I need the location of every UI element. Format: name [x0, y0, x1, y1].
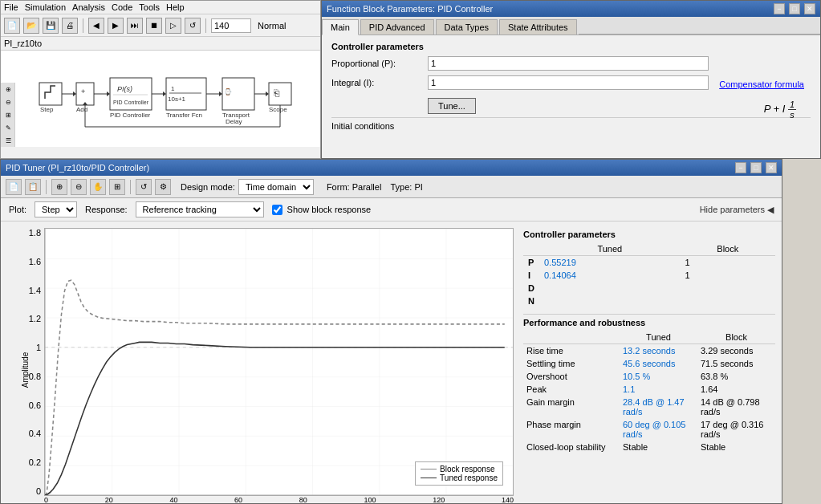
svg-rect-36 [45, 229, 513, 495]
toolbar-divider-2 [130, 180, 131, 194]
pid-close-btn[interactable]: ✕ [804, 3, 815, 14]
design-mode-select[interactable]: Time domain [238, 179, 314, 195]
sidebar-zoom-out[interactable]: ⊖ [2, 97, 14, 108]
show-block-response-label[interactable]: Show block response [272, 205, 372, 215]
sidebar-fit[interactable]: ⊞ [2, 110, 14, 121]
param-row-N: N [523, 295, 775, 307]
x-tick-40: 40 [169, 496, 177, 504]
step-btn[interactable]: ⏭ [127, 18, 143, 34]
menu-tools[interactable]: Tools [139, 2, 160, 12]
toolbar-divider-1 [46, 180, 47, 194]
plot-select[interactable]: Step [35, 201, 77, 217]
tuner-pan[interactable]: ✋ [90, 179, 106, 195]
chart-inner: 1.8 1.6 1.4 1.2 1 0.8 0.6 0.4 0.2 0 [20, 228, 514, 504]
tuner-close-btn[interactable]: ✕ [766, 162, 777, 173]
menu-help[interactable]: Help [166, 2, 185, 12]
new-btn[interactable]: 📄 [4, 18, 20, 34]
tuned-N [539, 295, 681, 307]
plot-label: Plot: [9, 205, 26, 214]
tuner-window-title: PID Tuner (PI_rz10to/PID Controller) [6, 163, 149, 173]
perf-row-phase-margin: Phase margin 60 deg @ 0.105 rad/s 17 deg… [523, 418, 775, 441]
form-label: Form: [327, 182, 350, 192]
proportional-input[interactable] [428, 56, 709, 71]
tuner-zoom-in[interactable]: ⊕ [51, 179, 67, 195]
tuned-gain-margin: 28.4 dB @ 1.47 rad/s [620, 396, 697, 418]
menu-simulation[interactable]: Simulation [25, 2, 66, 12]
form-value: Parallel [352, 182, 382, 192]
hide-params-button[interactable]: Hide parameters ◀ [700, 205, 774, 215]
open-btn[interactable]: 📂 [23, 18, 39, 34]
sim-mode-label: Normal [258, 21, 286, 30]
tuner-settings[interactable]: ⚙ [155, 179, 171, 195]
compensator-formula-link[interactable]: Compensator formula [719, 79, 804, 89]
svg-text:Add: Add [76, 106, 87, 113]
print-btn[interactable]: 🖨 [62, 18, 78, 34]
block-overshoot: 63.8 % [697, 370, 775, 383]
sidebar-tool1[interactable]: ✎ [2, 123, 14, 134]
col-block: Block [681, 242, 775, 256]
tab-state-attributes[interactable]: State Attributes [499, 19, 577, 35]
show-block-response-checkbox[interactable] [272, 205, 282, 215]
run-btn[interactable]: ▶ [108, 18, 124, 34]
param-row-I: I 0.14064 1 [523, 269, 775, 282]
svg-text:Scope: Scope [269, 106, 287, 113]
loop-btn[interactable]: ↺ [185, 18, 201, 34]
save-btn[interactable]: 💾 [43, 18, 59, 34]
fwd-btn[interactable]: ▷ [165, 18, 181, 34]
y-tick-1.8: 1.8 [29, 228, 41, 238]
sim-time-input[interactable] [211, 18, 251, 33]
stop-btn[interactable]: ⏹ [146, 18, 162, 34]
tune-button[interactable]: Tune... [428, 98, 476, 114]
svg-text:Step: Step [40, 106, 54, 113]
tuner-zoom-out[interactable]: ⊖ [71, 179, 87, 195]
chart-wrapper: Amplitude 1.8 1.6 1.4 1.2 1 0.8 0.6 0.4 … [9, 228, 514, 504]
legend-tuned-line [421, 478, 437, 479]
controller-params-title: Controller parameters [331, 42, 811, 51]
sidebar-zoom-in[interactable]: ⊕ [2, 84, 14, 96]
tuner-refresh[interactable]: ↺ [136, 179, 152, 195]
sidebar-tool2[interactable]: ☰ [2, 136, 14, 147]
tuned-rise-time: 13.2 seconds [620, 344, 697, 358]
tab-main[interactable]: Main [322, 19, 359, 35]
tuner-btn-2[interactable]: 📋 [25, 179, 41, 195]
tuner-window-controls: − □ ✕ [734, 162, 777, 173]
tuner-btn-1[interactable]: 📄 [6, 179, 22, 195]
initial-conditions-label: Initial conditions [331, 121, 394, 131]
x-ticks: 0 20 40 60 80 100 120 140 [44, 496, 514, 504]
perf-row-settling-time: Settling time 45.6 seconds 71.5 seconds [523, 357, 775, 370]
tuned-P: 0.55219 [539, 256, 681, 270]
pid-minimize-btn[interactable]: − [774, 3, 785, 14]
menu-analysis[interactable]: Analysis [72, 2, 105, 12]
pid-window: Function Block Parameters: PID Controlle… [321, 0, 821, 159]
design-mode-label: Design mode: [181, 182, 235, 192]
svg-text:PI(s): PI(s) [117, 85, 132, 93]
tuner-minimize-btn[interactable]: − [735, 162, 746, 173]
back-btn[interactable]: ◀ [88, 18, 104, 34]
svg-text:1: 1 [171, 85, 175, 92]
pid-maximize-btn[interactable]: □ [789, 3, 800, 14]
chart-svg [45, 229, 513, 495]
metric-gain-margin: Gain margin [523, 396, 620, 418]
perf-row-overshoot: Overshoot 10.5 % 63.8 % [523, 370, 775, 383]
chart-container: Block response Tuned response [44, 228, 514, 496]
svg-text:PID Controller: PID Controller [113, 100, 149, 105]
param-row-P: P 0.55219 1 [523, 256, 775, 270]
svg-marker-3 [73, 91, 76, 96]
tab-data-types[interactable]: Data Types [436, 19, 498, 35]
perf-row-peak: Peak 1.1 1.64 [523, 383, 775, 396]
tune-btn-row: Tune... [331, 95, 811, 114]
response-select[interactable]: Reference tracking [136, 201, 264, 217]
tuner-fit[interactable]: ⊞ [109, 179, 125, 195]
y-ticks: 1.8 1.6 1.4 1.2 1 0.8 0.6 0.4 0.2 0 [20, 228, 43, 496]
metric-peak: Peak [523, 383, 620, 396]
proportional-label: Proportional (P): [331, 59, 428, 68]
x-tick-20: 20 [105, 496, 113, 504]
controller-params-section-title: Controller parameters [523, 230, 775, 239]
tab-pid-advanced[interactable]: PID Advanced [360, 19, 434, 35]
proportional-row: Proportional (P): [331, 56, 811, 71]
tuner-maximize-btn[interactable]: □ [750, 162, 762, 173]
svg-marker-22 [219, 91, 222, 96]
integral-input[interactable] [428, 75, 709, 90]
menu-code[interactable]: Code [112, 2, 132, 12]
menu-file[interactable]: File [4, 2, 18, 12]
